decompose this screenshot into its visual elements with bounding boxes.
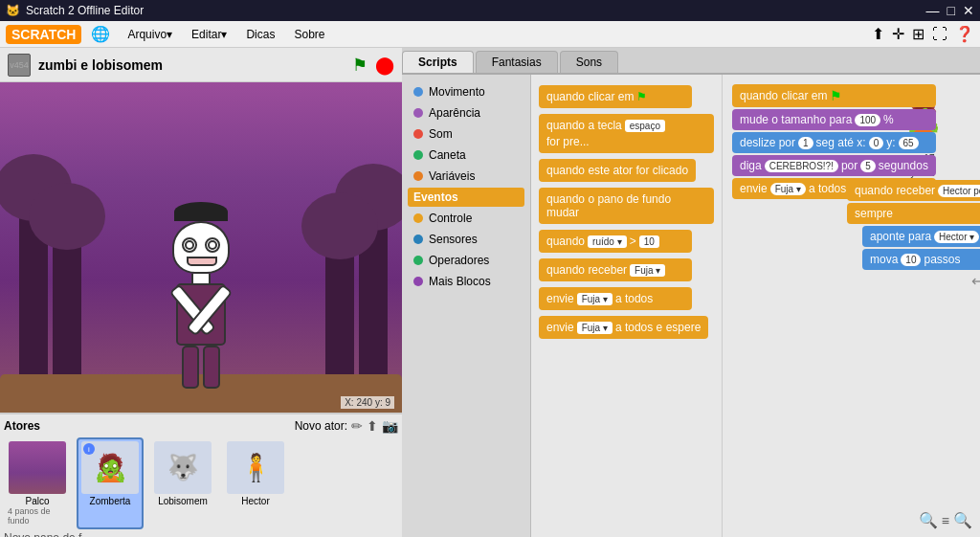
tabs: Scripts Fantasias Sons: [402, 48, 980, 75]
block-text-6a: quando receber: [546, 263, 627, 277]
actors-title: Atores: [4, 419, 40, 433]
diga-val: CEREBROS!?!: [765, 160, 838, 172]
block-quando-receber[interactable]: quando receber Fuja ▾: [539, 258, 692, 281]
green-flag-code: ⚑: [830, 88, 842, 103]
green-flag-button[interactable]: ⚑: [352, 55, 368, 76]
globe-icon[interactable]: 🌐: [91, 25, 110, 43]
category-controle[interactable]: Controle: [408, 209, 524, 228]
tab-sons[interactable]: Sons: [560, 51, 618, 73]
actor-item-hector[interactable]: 🧍 Hector: [222, 437, 289, 529]
code-deslize[interactable]: deslize por 1 seg até x: 0 y: 65: [732, 132, 936, 153]
minimize-button[interactable]: —: [926, 3, 940, 18]
actor-name-zomberta: Zomberta: [90, 496, 131, 506]
block-quando-pano[interactable]: quando o pano de fundo mudar: [539, 188, 714, 224]
block-quando-tecla[interactable]: quando a tecla espaço for pre...: [539, 114, 714, 153]
zoom-reset-button[interactable]: ≡: [942, 513, 949, 528]
category-movimento[interactable]: Movimento: [408, 82, 524, 101]
actor-add-icons: ✏ ⬆ 📷: [351, 418, 398, 434]
scripts-area: Scripts Fantasias Sons Movimento Aparênc…: [402, 48, 980, 537]
zoom-in-button[interactable]: 🔍: [919, 511, 938, 529]
block-quando-clicar[interactable]: quando clicar em ⚑: [539, 85, 692, 108]
upload-actor-button[interactable]: ⬆: [367, 418, 378, 434]
stage-title: zumbi e lobisomem: [38, 57, 345, 73]
menu-sobre[interactable]: Sobre: [286, 26, 332, 43]
toolbar-icons: ⬆ ✛ ⊞ ⛶ ❓: [872, 25, 974, 43]
actor-item-zomberta[interactable]: i 🧟 Zomberta: [77, 437, 144, 529]
lobisomem-emoji: 🐺: [167, 453, 198, 482]
block-text-8b: a todos e espere: [615, 321, 701, 334]
new-actor-label: Novo ator:: [295, 419, 347, 433]
block-text-2: quando a tecla: [546, 119, 622, 132]
aponte-val: Hector ▾: [934, 231, 979, 243]
menu-arquivo[interactable]: Arquivo▾: [120, 26, 180, 43]
dot-som: [413, 129, 423, 139]
dot-aparencia: [413, 108, 423, 118]
dot-sensores: [413, 235, 423, 244]
envie-value-2: Fuja ▾: [577, 322, 612, 334]
stop-button[interactable]: ⬤: [375, 55, 394, 76]
blocks-panel: Movimento Aparência Som Caneta Variáveis: [402, 75, 980, 537]
titlebar-controls[interactable]: — □ ✕: [926, 3, 974, 18]
maximize-button[interactable]: □: [947, 3, 955, 18]
deslize-val1: 1: [798, 137, 813, 149]
category-eventos[interactable]: Eventos: [408, 188, 524, 207]
help-icon[interactable]: ❓: [955, 25, 974, 43]
titlebar: 🐱 Scratch 2 Offline Editor — □ ✕: [0, 0, 980, 21]
zombie-leg-left: [182, 346, 199, 389]
dot-mais-blocos: [413, 277, 423, 286]
category-sensores[interactable]: Sensores: [408, 230, 524, 249]
camera-actor-button[interactable]: 📷: [382, 418, 398, 434]
code-mova[interactable]: mova 10 passos: [862, 249, 980, 270]
category-operadores[interactable]: Operadores: [408, 251, 524, 270]
actor-name-lobisomem: Lobisomem: [158, 496, 208, 506]
category-variaveis[interactable]: Variáveis: [408, 167, 524, 186]
actors-header: Atores Novo ator: ✏ ⬆ 📷: [4, 418, 398, 434]
stage-canvas: X: 240 y: 9: [0, 82, 402, 413]
ruido-value: ruído ▾: [588, 235, 627, 248]
paint-actor-button[interactable]: ✏: [351, 418, 363, 434]
zoom-out-button[interactable]: 🔍: [953, 511, 972, 529]
zombie-mouth: [187, 257, 217, 266]
block-text-5b: >: [630, 235, 636, 248]
category-aparencia[interactable]: Aparência: [408, 103, 524, 123]
category-som[interactable]: Som: [408, 124, 524, 144]
close-button[interactable]: ✕: [963, 3, 974, 18]
block-quando-ruido[interactable]: quando ruído ▾ > 10: [539, 230, 692, 253]
actor-item-palco[interactable]: Palco 4 panos de fundo: [4, 437, 71, 529]
titlebar-left: 🐱 Scratch 2 Offline Editor: [6, 4, 144, 17]
zombie-pupil-right: [208, 240, 217, 250]
code-diga[interactable]: diga CEREBROS!?! por 5 segundos: [732, 155, 936, 176]
menu-editar[interactable]: Editar▾: [184, 26, 234, 43]
menu-dicas[interactable]: Dicas: [238, 26, 282, 43]
label-som: Som: [429, 127, 453, 141]
upload-icon[interactable]: ⬆: [872, 25, 884, 43]
block-text-8a: envie: [546, 321, 574, 334]
mova-val: 10: [901, 254, 921, 266]
label-controle: Controle: [429, 212, 472, 225]
tab-fantasias[interactable]: Fantasias: [476, 51, 558, 73]
block-envie-espere[interactable]: envie Fuja ▾ a todos e espere: [539, 316, 708, 339]
fullscreen-icon[interactable]: ⛶: [932, 26, 947, 43]
diga-secs: 5: [860, 160, 876, 172]
dot-movimento: [413, 87, 423, 97]
zoom-controls: 🔍 ≡ 🔍: [919, 511, 972, 529]
flag-icon-1: ⚑: [636, 90, 647, 103]
block-envie-todos[interactable]: envie Fuja ▾ a todos: [539, 287, 692, 310]
label-mais-blocos: Mais Blocos: [429, 275, 491, 288]
stamp-icon[interactable]: ⊞: [912, 25, 924, 43]
code-quando-receber-hector[interactable]: quando receber Hector perto ▾: [847, 180, 980, 201]
tab-scripts[interactable]: Scripts: [402, 51, 474, 73]
cursor-icon[interactable]: ✛: [892, 25, 904, 43]
category-mais-blocos[interactable]: Mais Blocos: [408, 272, 524, 291]
code-quando-clicar[interactable]: quando clicar em ⚑: [732, 84, 936, 107]
code-aponte-para[interactable]: aponte para Hector ▾: [862, 226, 980, 247]
stage-coordinates: X: 240 y: 9: [341, 396, 394, 409]
dot-caneta: [413, 150, 423, 160]
block-quando-ator[interactable]: quando este ator for clicado: [539, 159, 696, 182]
actor-item-lobisomem[interactable]: 🐺 Lobisomem: [149, 437, 216, 529]
code-sempre[interactable]: sempre: [847, 203, 980, 224]
block-text-4: quando o pano de fundo mudar: [546, 192, 706, 219]
code-mude-tamanho[interactable]: mude o tamanho para 100 %: [732, 109, 936, 130]
category-caneta[interactable]: Caneta: [408, 145, 524, 165]
actors-panel: Atores Novo ator: ✏ ⬆ 📷 Palco: [0, 413, 402, 537]
